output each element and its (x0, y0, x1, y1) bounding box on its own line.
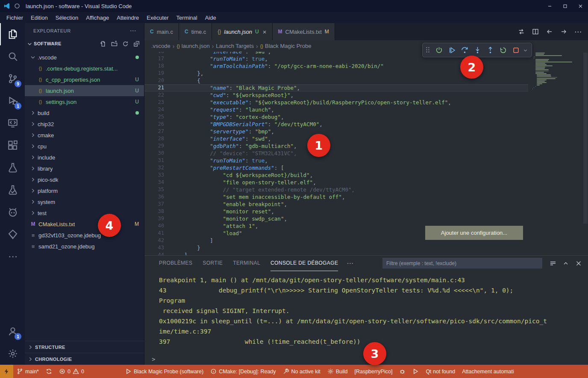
chevron-down-icon[interactable] (523, 47, 529, 53)
line-number[interactable]: 19 (144, 70, 171, 77)
tree-item-pico-sdk[interactable]: pico-sdk (25, 174, 144, 185)
line-number[interactable]: 42 (144, 237, 171, 244)
activity-item-extensions[interactable] (0, 134, 25, 157)
activity-item-remote-explorer[interactable] (0, 112, 25, 134)
new-folder-icon[interactable] (111, 41, 118, 47)
activity-item-source-control[interactable]: 9 (0, 68, 25, 90)
panel-tab-terminal[interactable]: TERMINAL (233, 256, 260, 271)
status-cmake-status[interactable]: CMake: [Debug]: Ready (207, 365, 279, 378)
tab-cmakelists-txt[interactable]: MCMakeLists.txtM (273, 23, 335, 40)
remote-indicator[interactable] (0, 365, 13, 378)
activity-item-search[interactable] (0, 45, 25, 68)
section-software[interactable]: SOFTWARE (25, 38, 144, 49)
add-configuration-button[interactable]: Ajouter une configuration... (425, 226, 523, 240)
line-number[interactable]: 32 (144, 164, 171, 171)
arrow-right-icon[interactable] (560, 28, 567, 35)
activity-item-more-views[interactable]: ⋯ (0, 245, 25, 268)
status-git-branch[interactable]: main* (13, 365, 42, 378)
activity-item-platformio[interactable] (0, 201, 25, 223)
code-line-26[interactable]: 26 "BMPGDBSerialPort": "/dev/ttyACM0", (144, 121, 528, 128)
line-number[interactable]: 40 (144, 222, 171, 230)
line-number[interactable]: 36 (144, 193, 171, 201)
tree-item-chip32[interactable]: chip32 (25, 118, 144, 130)
tree-item-gd32vf103-ozone-jdebug[interactable]: ≡gd32vf103_ozone.jdebug (25, 230, 144, 241)
tree-item-cmake[interactable]: cmake (25, 130, 144, 141)
tab-time-c[interactable]: Ctime.c (179, 23, 212, 40)
breadcrumb-item-launch-json[interactable]: {}launch.json (176, 43, 209, 49)
breadcrumb-item-black-magic-probe[interactable]: {}Black Magic Probe (260, 43, 312, 49)
code-line-25[interactable]: 25 "type": "cortex-debug", (144, 113, 528, 121)
line-number[interactable]: 28 (144, 135, 171, 142)
menu-fichier[interactable]: Fichier (3, 13, 27, 22)
code-line-28[interactable]: 28 "interface": "swd", (144, 135, 528, 142)
menu-edition[interactable]: Edition (27, 13, 52, 22)
tree-item-include[interactable]: include (25, 152, 144, 163)
tree-item-c-cpp-properties-json[interactable]: {}c_cpp_properties.jsonU (25, 74, 144, 85)
line-number[interactable]: 20 (144, 77, 171, 84)
code-line-34[interactable]: 34 "file open-story-teller.elf", (144, 179, 528, 186)
section-structure[interactable]: STRUCTURE (25, 341, 144, 353)
code-line-30[interactable]: 30 // "device": "STM32L431VC", (144, 150, 528, 157)
drag-handle-icon[interactable] (426, 47, 430, 53)
breadcrumb-item-launch-targets[interactable]: Launch Targets (216, 43, 254, 49)
status-cmake-build[interactable]: Build (324, 365, 351, 378)
close-button[interactable] (573, 0, 588, 12)
status-sync[interactable] (42, 365, 56, 378)
line-number[interactable]: 23 (144, 99, 171, 106)
ellipsis-icon[interactable]: ⋯ (574, 28, 582, 35)
line-number[interactable]: 26 (144, 121, 171, 128)
close-icon[interactable] (575, 260, 582, 267)
status-debug[interactable] (396, 365, 409, 378)
line-number[interactable]: 35 (144, 186, 171, 193)
reset-button[interactable] (433, 44, 445, 56)
more-actions-icon[interactable]: ⋯ (129, 27, 136, 34)
activity-item-test-explorer[interactable] (0, 179, 25, 201)
status-auto-attach[interactable]: Attachement automati (459, 365, 517, 378)
code-line-21[interactable]: 21 "name": "Black Magic Probe", (144, 84, 528, 92)
code-line-29[interactable]: 29 "gdbPath": "gdb-multiarch", (144, 142, 528, 150)
activity-item-accounts[interactable]: 1 (0, 320, 25, 343)
line-number[interactable]: 30 (144, 150, 171, 157)
panel-tab-sortie[interactable]: SORTIE (203, 256, 223, 271)
menu-atteindre[interactable]: Atteindre (113, 13, 143, 22)
menu-terminal[interactable]: Terminal (173, 13, 201, 22)
code-line-38[interactable]: 38 "monitor reset", (144, 208, 528, 215)
split-editor-icon[interactable] (532, 28, 539, 35)
code-line-39[interactable]: 39 "monitor swdp_scan", (144, 215, 528, 222)
line-number[interactable]: 18 (144, 62, 171, 70)
code-line-33[interactable]: 33 "cd ${workspaceRoot}/build", (144, 171, 528, 179)
continue-button[interactable] (446, 44, 458, 56)
code-line-27[interactable]: 27 "servertype": "bmp", (144, 128, 528, 135)
tree-item-samd21-ozone-jdebug[interactable]: ≡samd21_ozone.jdebug (25, 241, 144, 252)
tree-item-cmakelists-txt[interactable]: MCMakeLists.txtM (25, 219, 144, 230)
activity-item-settings[interactable] (0, 343, 25, 365)
line-number[interactable]: 27 (144, 128, 171, 135)
tree-item-system[interactable]: system (25, 196, 144, 207)
status-launch[interactable] (409, 365, 422, 378)
breadcrumb-item-vscode[interactable]: .vscode (151, 43, 171, 49)
activity-item-run-and-debug[interactable]: 1 (0, 90, 25, 112)
line-number[interactable]: 17 (144, 55, 171, 62)
status-qt-status[interactable]: Qt not found (422, 365, 459, 378)
code-line-23[interactable]: 23 "executable": "${workspaceRoot}/build… (144, 99, 528, 106)
activity-item-kite[interactable] (0, 223, 25, 245)
restart-button[interactable] (497, 44, 509, 56)
editor-scrollbar[interactable] (583, 53, 588, 224)
tab-launch-json[interactable]: {}launch.jsonU× (212, 23, 272, 40)
code-editor[interactable]: 16 "interface": "swd",17 "runToMain": tr… (144, 52, 588, 255)
minimize-button[interactable] (542, 0, 557, 12)
tree-item-cpu[interactable]: cpu (25, 141, 144, 152)
line-number[interactable]: 21 (144, 84, 171, 92)
status-problems[interactable]: 00 (56, 365, 88, 378)
status-build-target[interactable]: [RaspberryPico] (351, 365, 396, 378)
code-line-24[interactable]: 24 "request": "launch", (144, 106, 528, 113)
panel-tab-probl-mes[interactable]: PROBLÈMES (159, 256, 192, 271)
compare-icon[interactable] (518, 28, 525, 35)
line-number[interactable]: 25 (144, 113, 171, 121)
tree-item-build[interactable]: build (25, 107, 144, 118)
panel-more-icon[interactable]: ⋯ (347, 259, 353, 267)
status-debug-config[interactable]: Black Magic Probe (software) (122, 365, 207, 378)
panel-tab-console-de-d-bogage[interactable]: CONSOLE DE DÉBOGAGE (270, 256, 338, 271)
filter-lines-icon[interactable] (550, 260, 556, 267)
code-line-36[interactable]: 36 "set mem inaccessible-by-default off"… (144, 193, 528, 201)
